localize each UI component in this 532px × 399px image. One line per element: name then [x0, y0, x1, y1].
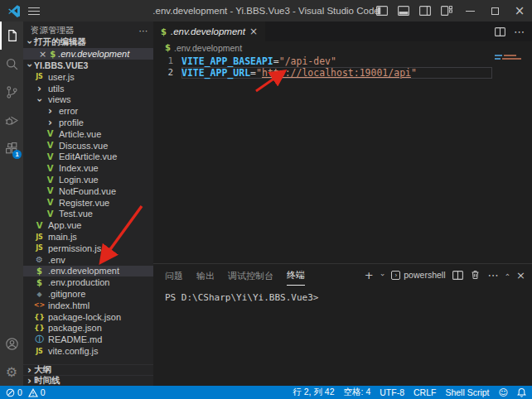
vue-icon: V — [44, 152, 56, 161]
cursor-position[interactable]: 行 2, 列 42 — [293, 387, 334, 398]
explorer-more-actions-icon[interactable]: ⋯ — [139, 26, 149, 36]
tree-item-Discuss.vue[interactable]: VDiscuss.vue — [23, 140, 153, 151]
tree-item-EditArticle.vue[interactable]: VEditArticle.vue — [23, 151, 153, 163]
tree-item-README.md[interactable]: ⓘREADME.md — [23, 334, 153, 345]
tree-item-label: Register.vue — [59, 198, 109, 208]
code-editor[interactable]: 1 VITE_APP_BASEAPI="/api-dev" 2 VITE_APP… — [153, 54, 532, 263]
js-icon: JS — [33, 233, 46, 241]
extensions-icon[interactable]: 1 — [0, 134, 23, 162]
vue-icon: V — [33, 221, 46, 230]
open-editor-item[interactable]: × $ .env.development — [23, 48, 153, 60]
project-section[interactable]: › YI.BBS.VUE3 — [23, 60, 153, 71]
tree-item-views[interactable]: ›views — [23, 94, 153, 106]
tree-item-label: .env.production — [48, 277, 109, 287]
sidebar-title: 资源管理器 — [31, 25, 75, 36]
problems-status[interactable]: 0 0 — [6, 387, 46, 397]
tree-item-Test.vue[interactable]: VTest.vue — [23, 209, 153, 220]
tree-item-App.vue[interactable]: VApp.vue — [23, 219, 153, 231]
tree-item-profile[interactable]: ›profile — [23, 117, 153, 128]
statusbar: 0 0 行 2, 列 42 空格: 4 UTF-8 CRLF Shell Scr… — [0, 386, 532, 399]
env-key: VITE_APP_BASEAPI — [181, 55, 273, 67]
vue-icon: V — [44, 175, 56, 185]
toggle-primary-sidebar-icon[interactable] — [371, 0, 393, 22]
run-debug-icon[interactable] — [0, 106, 23, 134]
tree-item-main.js[interactable]: JSmain.js — [23, 231, 153, 243]
outline-label: 大纲 — [34, 364, 51, 376]
explorer-icon[interactable] — [0, 22, 23, 50]
close-window-button[interactable]: × — [507, 0, 532, 22]
split-terminal-icon[interactable] — [452, 271, 463, 280]
account-icon[interactable] — [0, 329, 23, 358]
tab-debug-console[interactable]: 调试控制台 — [228, 265, 273, 286]
source-control-icon[interactable] — [0, 78, 23, 106]
close-editor-icon[interactable]: × — [39, 49, 46, 60]
split-editor-icon[interactable] — [495, 27, 505, 36]
close-tab-icon[interactable]: × — [249, 26, 258, 37]
info-icon: ⓘ — [33, 334, 46, 345]
panel-more-actions-icon[interactable]: ⋯ — [487, 270, 498, 281]
breadcrumb[interactable]: $ .env.development — [153, 41, 532, 54]
timeline-section[interactable]: › 时间线 — [23, 375, 153, 386]
settings-gear-icon[interactable]: ⚙ — [0, 358, 23, 386]
open-editors-section[interactable]: › 打开的编辑器 — [23, 36, 153, 48]
indentation[interactable]: 空格: 4 — [344, 387, 371, 398]
tree-item-error[interactable]: ›error — [23, 105, 153, 117]
toggle-secondary-sidebar-icon[interactable] — [414, 0, 436, 22]
tree-item-label: Login.vue — [59, 175, 99, 185]
kill-terminal-icon[interactable] — [471, 270, 480, 280]
toggle-panel-icon[interactable] — [393, 0, 414, 22]
open-editors-label: 打开的编辑器 — [34, 36, 86, 48]
html-icon: <> — [33, 301, 46, 309]
maximize-button[interactable] — [482, 0, 507, 22]
tree-item-vite.config.js[interactable]: JSvite.config.js — [23, 345, 153, 357]
tree-item-label: index.html — [48, 300, 89, 310]
tree-item-.gitignore[interactable]: ◆.gitignore — [23, 288, 153, 300]
minimize-button[interactable] — [457, 0, 482, 22]
maximize-panel-icon[interactable]: › — [503, 273, 511, 276]
chevron-down-icon: › — [26, 38, 34, 47]
notifications-bell-icon[interactable] — [517, 387, 526, 397]
tree-item-utils[interactable]: ›utils — [23, 83, 153, 94]
eol-sequence[interactable]: CRLF — [414, 387, 436, 397]
minimap[interactable] — [495, 55, 531, 61]
tree-item-.env.development[interactable]: $.env.development — [23, 266, 153, 277]
feedback-smiley-icon[interactable]: ☺ — [499, 388, 508, 397]
tree-item-package-lock.json[interactable]: {}package-lock.json — [23, 311, 153, 323]
tree-item-.env[interactable]: ⚙.env — [23, 254, 153, 266]
tree-item-label: EditArticle.vue — [59, 151, 117, 161]
chevron-down-icon: › — [34, 94, 46, 106]
line-number: 1 — [153, 55, 173, 67]
tree-item-package.json[interactable]: {}package.json — [23, 323, 153, 334]
menu-icon[interactable] — [28, 7, 40, 15]
chevron-right-icon: › — [25, 366, 34, 374]
tab-terminal[interactable]: 终端 — [287, 264, 305, 286]
terminal[interactable]: PS D:\CSharp\Yi\Yi.BBS.Vue3> — [153, 286, 532, 303]
tree-item-.env.production[interactable]: $.env.production — [23, 276, 153, 288]
customize-layout-icon[interactable] — [436, 0, 457, 22]
tree-item-label: NotFound.vue — [59, 186, 116, 196]
url-link[interactable]: http://localhost:19001/api — [262, 67, 411, 79]
tab-problems[interactable]: 问题 — [165, 265, 183, 286]
shell-badge[interactable]: › powershell — [391, 270, 445, 280]
tree-item-Login.vue[interactable]: VLogin.vue — [23, 174, 153, 185]
outline-section[interactable]: › 大纲 — [23, 364, 153, 375]
tree-item-index.html[interactable]: <>index.html — [23, 300, 153, 311]
tab-env-development[interactable]: $ .env.development × — [153, 22, 265, 41]
vue-icon: V — [44, 141, 56, 150]
terminal-dropdown-icon[interactable]: › — [378, 273, 386, 276]
tree-item-user.js[interactable]: JSuser.js — [23, 71, 153, 83]
close-panel-icon[interactable]: × — [516, 270, 525, 281]
language-mode[interactable]: Shell Script — [445, 387, 489, 397]
new-terminal-icon[interactable]: + — [365, 270, 374, 281]
tab-output[interactable]: 输出 — [196, 265, 215, 286]
tree-item-Register.vue[interactable]: VRegister.vue — [23, 197, 153, 209]
tree-item-Index.vue[interactable]: VIndex.vue — [23, 162, 153, 174]
encoding[interactable]: UTF-8 — [380, 387, 404, 397]
tree-item-label: README.md — [48, 334, 102, 344]
code-line-2: 2 VITE_APP_URL="http://localhost:19001/a… — [153, 67, 532, 79]
search-icon[interactable] — [0, 50, 23, 78]
editor-more-actions-icon[interactable]: ⋯ — [514, 26, 525, 37]
tree-item-NotFound.vue[interactable]: VNotFound.vue — [23, 185, 153, 197]
tree-item-permission.js[interactable]: JSpermission.js — [23, 243, 153, 254]
tree-item-Article.vue[interactable]: VArticle.vue — [23, 128, 153, 140]
